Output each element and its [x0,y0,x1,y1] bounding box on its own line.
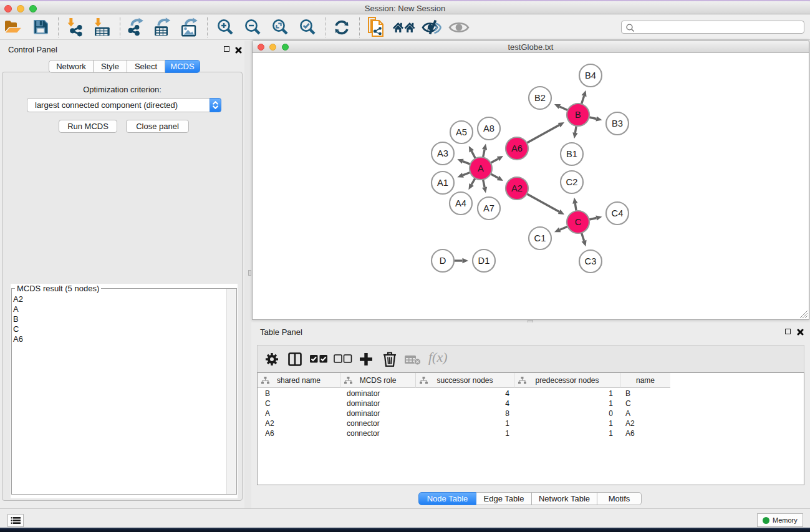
svg-text:A5: A5 [456,127,467,137]
svg-text:A8: A8 [483,123,494,133]
svg-text:A1: A1 [437,178,448,188]
svg-text:C4: C4 [612,208,624,218]
svg-text:A4: A4 [455,198,466,208]
svg-text:B: B [575,110,581,120]
svg-text:A6: A6 [511,143,523,153]
svg-text:C1: C1 [534,233,546,243]
svg-text:B1: B1 [566,149,577,159]
svg-text:D: D [440,256,446,266]
svg-text:A7: A7 [483,203,494,213]
svg-text:D1: D1 [478,256,490,266]
svg-text:A: A [478,163,484,173]
svg-text:C2: C2 [566,177,578,187]
svg-text:C3: C3 [585,256,597,266]
svg-text:A3: A3 [437,148,448,158]
svg-text:B3: B3 [612,118,623,128]
svg-text:C: C [575,217,582,227]
svg-text:B2: B2 [534,93,546,103]
svg-text:A2: A2 [511,183,523,193]
svg-text:B4: B4 [585,70,596,80]
